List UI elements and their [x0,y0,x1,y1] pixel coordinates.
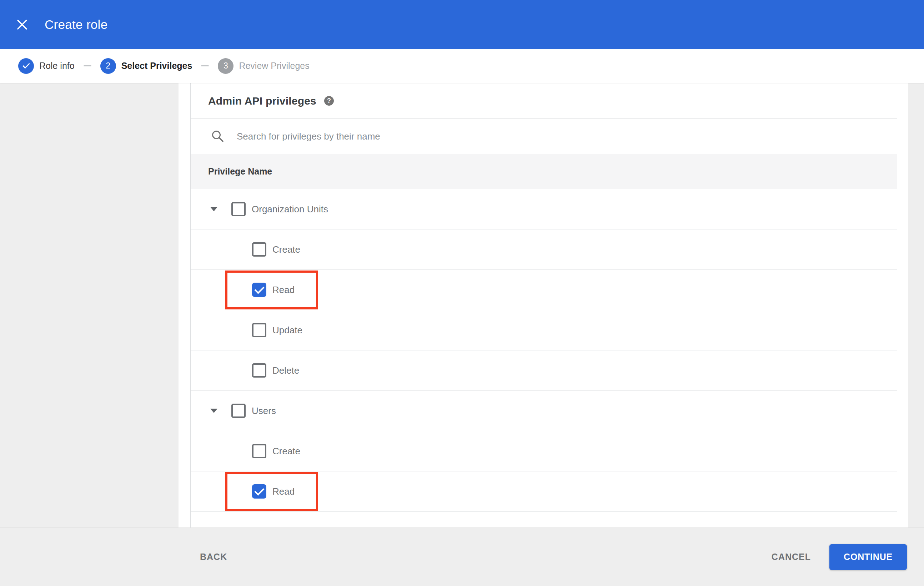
search-icon [211,130,224,143]
step-role-info[interactable]: Role info [18,58,74,74]
row-label: Create [272,446,300,457]
step-separator [84,65,91,66]
create-checkbox[interactable] [252,444,266,458]
row-label: Update [272,325,302,336]
row-label: Read [272,285,295,296]
check-icon [23,61,30,69]
users-checkbox[interactable] [231,403,246,418]
close-icon[interactable] [16,18,28,31]
read-checkbox[interactable] [252,283,266,297]
table-row: Delete [191,351,897,391]
dialog-header: Create role [0,0,924,49]
step-label: Select Privileges [121,61,193,71]
dialog-footer: BACK CANCEL CONTINUE [0,527,924,586]
cancel-button[interactable]: CANCEL [772,552,811,562]
table-row: Users [191,391,897,431]
table-row: Create [191,431,897,471]
table-row: Read [191,471,897,512]
collapse-arrow-icon[interactable] [210,207,218,211]
search-row [191,119,897,154]
table-row: Organization Units [191,189,897,229]
step-number-circle: 2 [100,58,116,74]
organization-units-checkbox[interactable] [231,202,246,216]
table-header-row: Privilege Name [191,154,897,189]
close-icon-glyph [17,19,28,30]
step-label: Role info [39,61,74,71]
panel-title: Admin API privileges [208,95,316,107]
row-label: Users [252,405,276,416]
table-row: Read [191,270,897,310]
delete-checkbox[interactable] [252,363,266,378]
stepper: Role info 2 Select Privileges 3 Review P… [0,49,924,83]
highlight-box [225,472,318,511]
content-card: Admin API privileges ? Privilege Name [178,83,908,527]
back-button[interactable]: BACK [200,552,227,562]
update-checkbox[interactable] [252,323,266,337]
help-icon[interactable]: ? [324,96,334,105]
table-row: Update [191,310,897,351]
panel-title-row: Admin API privileges ? [191,83,897,119]
table-row: Create [191,229,897,270]
row-label: Create [272,244,300,255]
step-review-privileges[interactable]: 3 Review Privileges [218,58,309,74]
row-label: Organization Units [252,204,328,215]
dialog-body: Admin API privileges ? Privilege Name [0,83,924,527]
create-checkbox[interactable] [252,242,266,257]
row-label: Delete [272,365,299,376]
collapse-arrow-icon[interactable] [210,409,218,413]
row-label: Read [272,486,295,497]
create-role-dialog: Create role Role info 2 Select Privilege… [0,0,924,586]
table-row-partial [191,512,897,527]
step-separator [201,65,209,66]
privilege-name-column-header: Privilege Name [208,166,272,177]
step-select-privileges[interactable]: 2 Select Privileges [100,58,193,74]
read-checkbox[interactable] [252,484,266,499]
step-number-circle: 3 [218,58,234,74]
privileges-panel: Admin API privileges ? Privilege Name [190,83,897,527]
continue-button[interactable]: CONTINUE [829,544,907,570]
step-label: Review Privileges [239,61,309,71]
dialog-title: Create role [45,18,107,32]
step-completed-circle [18,58,34,74]
search-input[interactable] [237,131,875,142]
highlight-box [225,270,318,309]
